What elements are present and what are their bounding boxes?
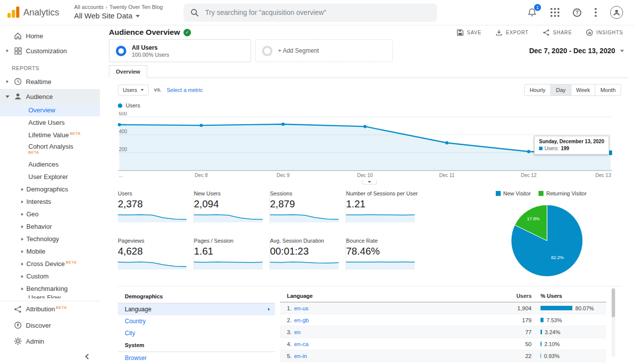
sparkline-chart — [270, 260, 339, 270]
timeline-collapse-button[interactable] — [362, 180, 377, 184]
metric-dropdown[interactable]: Users — [118, 85, 149, 95]
sidebar-item-label: Benchmarking — [26, 285, 68, 292]
apps-grid-button[interactable] — [550, 8, 559, 17]
segment-all-users[interactable]: All Users 100.00% Users — [109, 39, 251, 62]
sidebar-item-mobile[interactable]: Mobile — [0, 245, 100, 258]
property-picker[interactable]: All accounts Twenty Over Ten Blog All We… — [74, 4, 163, 21]
column-header-users[interactable]: Users — [477, 293, 532, 299]
sidebar-item-customization[interactable]: Customization — [0, 43, 100, 58]
sidebar-item-technology[interactable]: Technology — [0, 233, 100, 245]
sidebar-item-custom[interactable]: Custom — [0, 270, 100, 282]
select-metric-link[interactable]: Select a metric — [167, 87, 203, 93]
chart-legend: Users — [118, 102, 621, 108]
legend-label: Returning Visitor — [546, 190, 586, 196]
language-link[interactable]: en-gb — [294, 317, 309, 323]
account-avatar[interactable] — [610, 6, 623, 19]
sidebar-item-cohort-analysis[interactable]: Cohort AnalysisBETA — [0, 141, 100, 158]
sidebar-item-audience[interactable]: Audience — [0, 89, 100, 104]
search-bar[interactable] — [183, 3, 437, 22]
visitor-type-section: New Visitor Returning Visitor 82.2%17.8% — [496, 190, 621, 278]
dimension-country[interactable]: Country — [118, 315, 275, 327]
granularity-toggle: Hourly Day Week Month — [524, 84, 621, 96]
add-segment-button[interactable]: + Add Segment — [255, 39, 393, 62]
granularity-hourly-button[interactable]: Hourly — [525, 85, 550, 95]
dimension-label: Country — [125, 318, 146, 325]
users-series-dot — [118, 103, 122, 108]
sidebar-item-lifetime-value[interactable]: Lifetime ValueBETA — [0, 129, 100, 141]
scorecard-label[interactable]: Sessions — [270, 190, 340, 196]
more-options-button[interactable] — [595, 8, 597, 17]
percent-value: 80.07% — [575, 305, 594, 311]
help-button[interactable] — [573, 8, 581, 17]
dimension-browser[interactable]: Browser — [118, 352, 275, 364]
sidebar-item-admin[interactable]: Admin — [0, 333, 100, 349]
demographics-header: Demographics — [118, 290, 275, 303]
language-link[interactable]: en-in — [294, 353, 307, 359]
sidebar-item-geo[interactable]: Geo — [0, 208, 100, 220]
sidebar-item-user-explorer[interactable]: User Explorer — [0, 171, 100, 183]
property-name[interactable]: All Web Site Data — [74, 11, 132, 21]
sidebar-item-active-users[interactable]: Active Users — [0, 116, 100, 129]
language-link[interactable]: en-us — [294, 305, 309, 311]
scorecard-avg-session-duration: Avg. Session Duration 00:01:23 — [270, 238, 346, 272]
scorecard-label[interactable]: Users — [118, 190, 187, 196]
granularity-month-button[interactable]: Month — [595, 85, 621, 95]
scorecard-label[interactable]: Bounce Rate — [346, 238, 416, 244]
breadcrumb-current[interactable]: Twenty Over Ten Blog — [109, 4, 163, 11]
home-icon — [13, 31, 23, 40]
sidebar-item-audiences[interactable]: Audiences — [0, 158, 100, 171]
analytics-logo[interactable]: Analytics — [7, 6, 59, 19]
reports-section-label: REPORTS — [0, 65, 100, 74]
sidebar-collapse-button[interactable] — [0, 349, 100, 364]
scorecard-pageviews: Pageviews 4,628 — [118, 238, 194, 272]
granularity-day-button[interactable]: Day — [550, 85, 571, 95]
sparkline-chart — [118, 260, 186, 270]
column-header-pct-users[interactable]: % Users — [532, 293, 606, 299]
visitor-type-pie-chart[interactable]: 82.2%17.8% — [510, 203, 584, 278]
sidebar-item-benchmarking[interactable]: Benchmarking — [0, 282, 100, 295]
svg-text:Dec 13: Dec 13 — [595, 173, 611, 178]
dimension-city[interactable]: City — [118, 327, 275, 339]
dimensions-panel: Demographics Language Country City Syste… — [118, 290, 275, 364]
sidebar-item-behavior[interactable]: Behavior — [0, 220, 100, 233]
notification-badge: 1 — [534, 4, 541, 11]
table-row: 1.en-us 1,904 80.07% — [280, 302, 606, 314]
scorecard-label[interactable]: New Users — [194, 190, 264, 196]
date-range-picker[interactable]: Dec 7, 2020 - Dec 13, 2020 — [529, 47, 628, 55]
language-link[interactable]: en-ca — [294, 341, 309, 347]
scrollbar-track[interactable] — [612, 287, 615, 357]
scorecard-label[interactable]: Avg. Session Duration — [270, 238, 340, 244]
breadcrumb-root[interactable]: All accounts — [74, 4, 103, 11]
insights-button[interactable]: INSIGHTS — [586, 29, 623, 36]
sidebar-item-attribution[interactable]: AttributionBETA — [0, 301, 100, 317]
sidebar-item-cross-device[interactable]: Cross DeviceBETA — [0, 258, 100, 270]
notifications-button[interactable]: 1 — [527, 7, 537, 17]
scorecard-label[interactable]: Number of Sessions per User — [346, 190, 416, 196]
sidebar-item-users-flow[interactable]: Users Flow — [0, 295, 100, 298]
sparkline-chart — [346, 260, 415, 270]
language-link[interactable]: en — [294, 329, 301, 335]
tooltip-series-label: Users: — [544, 146, 559, 151]
scorecard-label[interactable]: Pages / Session — [194, 238, 264, 244]
save-button[interactable]: SAVE — [456, 29, 481, 36]
dimension-language[interactable]: Language — [118, 303, 275, 315]
scorecard-label[interactable]: Pageviews — [118, 238, 187, 244]
sidebar-item-demographics[interactable]: Demographics — [0, 183, 100, 195]
tab-overview[interactable]: Overview — [109, 65, 147, 78]
scorecard-value: 2,378 — [118, 198, 187, 210]
search-input[interactable] — [205, 8, 419, 16]
sidebar-item-overview[interactable]: Overview — [0, 104, 100, 116]
sidebar-item-discover[interactable]: Discover — [0, 317, 100, 333]
person-icon — [13, 92, 23, 101]
sidebar-item-home[interactable]: Home — [0, 28, 100, 43]
chevron-right-icon — [21, 200, 23, 203]
sidebar-item-realtime[interactable]: Realtime — [0, 74, 100, 89]
share-button[interactable]: SHARE — [543, 29, 572, 36]
sidebar-item-interests[interactable]: Interests — [0, 195, 100, 208]
scrollbar-thumb[interactable] — [612, 288, 615, 317]
granularity-week-button[interactable]: Week — [571, 85, 595, 95]
column-header-language[interactable]: Language — [280, 293, 477, 299]
app-name: Analytics — [23, 7, 59, 18]
export-button[interactable]: EXPORT — [495, 29, 529, 36]
users-series-swatch — [539, 147, 543, 150]
